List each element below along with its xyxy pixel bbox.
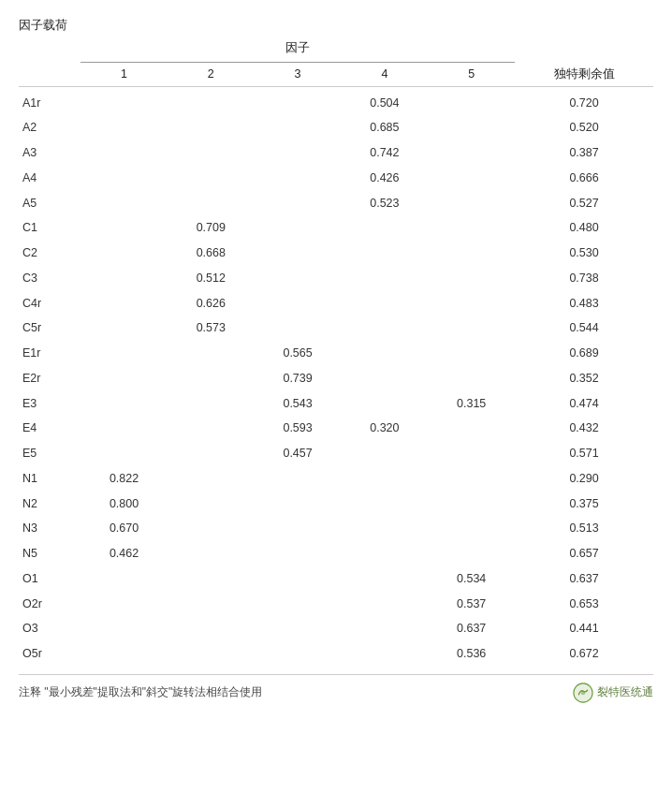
row-label: O5r (19, 641, 80, 667)
table-row: O30.6370.441 (19, 616, 653, 641)
table-row: O2r0.5370.653 (19, 592, 653, 617)
factor-2-value (168, 86, 255, 115)
factor-3-value (255, 215, 342, 241)
table-row: N10.8220.290 (19, 466, 653, 492)
factor-2-value (168, 616, 255, 641)
svg-point-1 (581, 690, 586, 695)
factor-4-value (341, 592, 428, 617)
table-row: C30.5120.738 (19, 266, 653, 291)
table-row: E1r0.5650.689 (19, 341, 653, 366)
logo-text: 裂特医统通 (597, 684, 653, 700)
factor-4-value (341, 241, 428, 266)
factor-1-value (80, 86, 168, 115)
factor-5-value (428, 441, 515, 466)
factor-3-value: 0.739 (255, 366, 342, 391)
unique-value: 0.432 (515, 416, 653, 441)
factor-1-value: 0.670 (80, 516, 168, 541)
factor-1-value (80, 115, 168, 140)
col-header-4: 4 (341, 63, 428, 87)
row-label: C3 (19, 266, 80, 291)
factor-1-value (80, 291, 168, 316)
table-row: A40.4260.666 (19, 166, 653, 191)
factor-3-value: 0.543 (255, 391, 342, 417)
factor-4-value (341, 316, 428, 341)
factor-5-value (428, 416, 515, 441)
table-row: E40.5930.3200.432 (19, 416, 653, 441)
factor-5-value (428, 86, 515, 115)
factor-4-value (341, 641, 428, 667)
logo-area: 裂特医统通 (573, 683, 653, 703)
factor-3-value: 0.565 (255, 341, 342, 366)
unique-value: 0.653 (515, 592, 653, 617)
section-title: 因子载荷 (19, 17, 653, 34)
unique-value: 0.657 (515, 541, 653, 566)
row-label: N5 (19, 541, 80, 566)
col-header-2: 2 (168, 63, 255, 87)
factor-group-header: 因子 (19, 39, 653, 63)
factor-4-value (341, 291, 428, 316)
col-header-1: 1 (80, 63, 168, 87)
row-label: A2 (19, 115, 80, 140)
table-row: N30.6700.513 (19, 516, 653, 541)
row-label: O2r (19, 592, 80, 617)
unique-value: 0.480 (515, 215, 653, 241)
factor-2-value (168, 592, 255, 617)
factor-5-value (428, 215, 515, 241)
factor-2-value (168, 191, 255, 216)
factor-4-value (341, 616, 428, 641)
unique-value: 0.387 (515, 140, 653, 166)
factor-5-value (428, 466, 515, 492)
factor-1-value (80, 241, 168, 266)
factor-4-value (341, 492, 428, 517)
factor-3-value (255, 592, 342, 617)
factor-3-value: 0.593 (255, 416, 342, 441)
factor-1-value (80, 166, 168, 191)
factor-4-value (341, 466, 428, 492)
row-label: E1r (19, 341, 80, 366)
factor-4-value (341, 541, 428, 566)
col-header-5: 5 (428, 63, 515, 87)
unique-value: 0.441 (515, 616, 653, 641)
unique-value: 0.474 (515, 391, 653, 417)
row-label: O1 (19, 566, 80, 592)
table-row: C5r0.5730.544 (19, 316, 653, 341)
factor-5-value (428, 291, 515, 316)
row-label: N3 (19, 516, 80, 541)
factor-4-value (341, 441, 428, 466)
factor-3-value (255, 291, 342, 316)
factor-1-value (80, 316, 168, 341)
row-label: E2r (19, 366, 80, 391)
col-header-3: 3 (255, 63, 342, 87)
unique-value: 0.720 (515, 86, 653, 115)
table-row: N20.8000.375 (19, 492, 653, 517)
factor-3-value (255, 566, 342, 592)
table-row: A30.7420.387 (19, 140, 653, 166)
row-label: N2 (19, 492, 80, 517)
note-row: 注释 "最小残差"提取法和"斜交"旋转法相结合使用 裂特医统通 (19, 674, 653, 703)
factor-5-value (428, 266, 515, 291)
unique-value: 0.544 (515, 316, 653, 341)
factor-1-value (80, 215, 168, 241)
factor-3-value (255, 266, 342, 291)
factor-5-value (428, 516, 515, 541)
unique-value: 0.672 (515, 641, 653, 667)
factor-2-value (168, 492, 255, 517)
factor-3-value (255, 86, 342, 115)
row-label: C2 (19, 241, 80, 266)
row-label: E3 (19, 391, 80, 417)
factor-5-value (428, 191, 515, 216)
factor-3-value (255, 541, 342, 566)
row-label: C1 (19, 215, 80, 241)
unique-value: 0.571 (515, 441, 653, 466)
factor-5-value: 0.536 (428, 641, 515, 667)
row-label: C4r (19, 291, 80, 316)
factor-3-value: 0.457 (255, 441, 342, 466)
factor-2-value (168, 641, 255, 667)
factor-2-value (168, 341, 255, 366)
row-label: E4 (19, 416, 80, 441)
factor-2-value (168, 166, 255, 191)
table-row: E30.5430.3150.474 (19, 391, 653, 417)
row-label: E5 (19, 441, 80, 466)
factor-5-value (428, 492, 515, 517)
table-row: A1r0.5040.720 (19, 86, 653, 115)
